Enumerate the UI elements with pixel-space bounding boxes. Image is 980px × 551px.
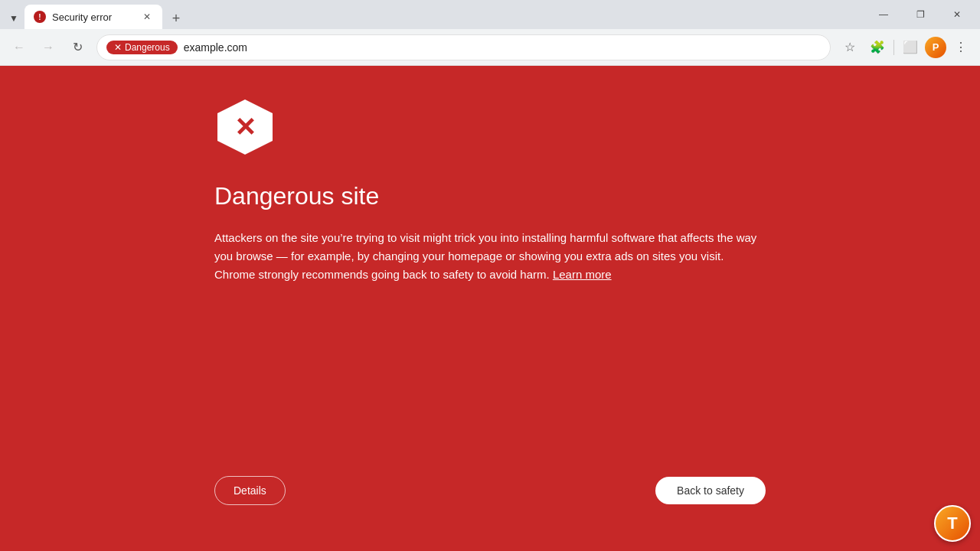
- description-text: Attackers on the site you’re trying to v…: [214, 231, 756, 281]
- title-bar: ▼ ! Security error ✕ + — ❐ ✕: [0, 0, 980, 29]
- close-button[interactable]: ✕: [940, 2, 974, 27]
- tab-close-button[interactable]: ✕: [141, 11, 153, 23]
- warning-icon-wrapper: ✕: [214, 96, 276, 158]
- address-text: example.com: [184, 41, 821, 54]
- warning-icon-container: ✕: [214, 96, 766, 158]
- danger-badge[interactable]: ✕ Dangerous: [106, 41, 178, 54]
- toolbar-separator: [893, 40, 894, 55]
- more-options-button[interactable]: ⋮: [948, 34, 974, 60]
- buttons-row: Details Back to safety: [214, 476, 766, 505]
- bookmark-button[interactable]: ☆: [837, 34, 863, 60]
- back-button[interactable]: ←: [6, 34, 32, 60]
- details-button[interactable]: Details: [214, 476, 286, 505]
- warning-icon: ✕: [214, 96, 276, 158]
- tab-favicon: !: [34, 11, 46, 23]
- page-content: ✕ Dangerous site Attackers on the site y…: [0, 66, 980, 551]
- page-description: Attackers on the site you’re trying to v…: [214, 229, 766, 284]
- address-bar[interactable]: ✕ Dangerous example.com: [96, 34, 831, 60]
- split-view-button[interactable]: ⬜: [897, 34, 923, 60]
- reload-button[interactable]: ↻: [64, 34, 90, 60]
- minimize-button[interactable]: —: [867, 2, 900, 27]
- learn-more-link[interactable]: Learn more: [553, 268, 612, 281]
- page-title: Dangerous site: [214, 182, 766, 210]
- browser-frame: ▼ ! Security error ✕ + — ❐ ✕ ← → ↻ ✕ Dan…: [0, 0, 980, 551]
- extensions-button[interactable]: 🧩: [864, 34, 890, 60]
- active-tab[interactable]: ! Security error ✕: [24, 5, 162, 29]
- danger-badge-label: Dangerous: [125, 42, 170, 53]
- tab-title: Security error: [52, 11, 135, 23]
- forward-button[interactable]: →: [35, 34, 61, 60]
- back-to-safety-button[interactable]: Back to safety: [655, 477, 766, 504]
- tab-dropdown-btn[interactable]: ▼: [6, 8, 21, 29]
- toolbar: ← → ↻ ✕ Dangerous example.com ☆ 🧩 ⬜ P ⋮: [0, 29, 980, 66]
- profile-avatar[interactable]: P: [925, 37, 946, 58]
- svg-text:✕: ✕: [234, 112, 256, 142]
- tab-group: ▼ ! Security error ✕ +: [6, 0, 187, 29]
- restore-button[interactable]: ❐: [903, 2, 937, 27]
- danger-badge-icon: ✕: [114, 42, 122, 53]
- window-controls: — ❐ ✕: [867, 2, 974, 27]
- toolbar-icons: ☆ 🧩 ⬜ P ⋮: [837, 34, 974, 60]
- new-tab-button[interactable]: +: [165, 8, 187, 29]
- corner-logo: T: [934, 505, 971, 542]
